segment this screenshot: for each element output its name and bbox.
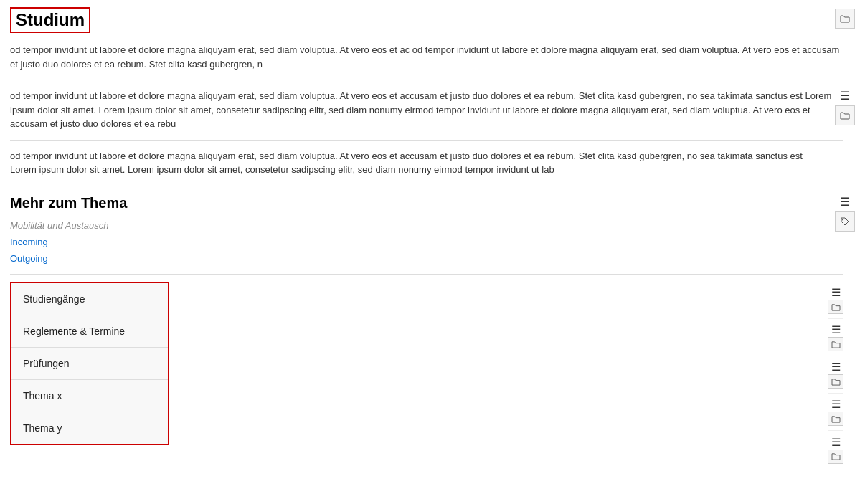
hamburger-icon-list-2[interactable]: ☰: [829, 323, 843, 336]
list-item-pruefungen[interactable]: Prüfungen: [11, 348, 168, 380]
page-title: Studium: [10, 7, 90, 33]
hamburger-icon-list-1[interactable]: ☰: [829, 286, 843, 298]
folder-icon-1[interactable]: [835, 105, 855, 125]
row-icons-group-5: ☰: [828, 431, 843, 468]
list-row-wrapper-2: Reglemente & Termine: [11, 315, 168, 348]
list-section-container: Studiengänge ☰ Reglemente & Ter: [10, 275, 843, 445]
tag-icon[interactable]: [835, 211, 855, 232]
text-block-1-section: od tempor invidunt ut labore et dolore m…: [10, 80, 843, 141]
text-block-2-section: od tempor invidunt ut labore et dolore m…: [10, 141, 843, 186]
folder-icon-list-1[interactable]: [828, 300, 843, 314]
hamburger-icon-mehr[interactable]: ☰: [835, 195, 855, 209]
list-row-wrapper-5: Thema y: [11, 412, 168, 444]
hamburger-icon-1[interactable]: ☰: [835, 89, 855, 103]
text-block-1-icons: ☰: [835, 89, 855, 125]
list-item-studiengaenge[interactable]: Studiengänge: [11, 283, 168, 315]
list-row-wrapper-3: Prüfungen: [11, 348, 168, 380]
intro-text: od tempor invidunt ut labore et dolore m…: [10, 43, 843, 71]
list-row-wrapper-4: Thema x: [11, 380, 168, 412]
row-icons-group-2: ☰: [828, 319, 843, 356]
subtopic-label: Mobilität und Austausch: [10, 220, 843, 231]
text-block-2: od tempor invidunt ut labore et dolore m…: [10, 149, 843, 177]
hamburger-icon-list-5[interactable]: ☰: [829, 436, 843, 448]
list-item-reglemente[interactable]: Reglemente & Termine: [11, 315, 168, 348]
title-section: Studium od tempor invidunt ut labore et …: [10, 0, 843, 80]
row-icons-group-1: ☰: [828, 282, 843, 319]
mehr-title: Mehr zum Thema: [10, 195, 843, 211]
hamburger-icon-list-3[interactable]: ☰: [829, 361, 843, 373]
folder-icon-list-2[interactable]: [828, 337, 843, 351]
row-icons-group-3: ☰: [828, 356, 843, 394]
folder-icon-list-3[interactable]: [828, 374, 843, 389]
title-section-icons: [835, 9, 855, 29]
list-item-thema-x[interactable]: Thema x: [11, 380, 168, 412]
list-all-row-icons: ☰ ☰: [828, 282, 843, 468]
mehr-section-icons: ☰: [835, 195, 855, 232]
list-section: Studiengänge ☰ Reglemente & Ter: [10, 282, 169, 445]
mehr-section: Mehr zum Thema Mobilität und Austausch I…: [10, 186, 843, 275]
row-icons-group-4: ☰: [828, 394, 843, 431]
folder-icon[interactable]: [835, 9, 855, 29]
folder-icon-list-5[interactable]: [828, 450, 843, 464]
list-item-thema-y[interactable]: Thema y: [11, 412, 168, 444]
svg-point-0: [842, 219, 843, 220]
link-outgoing[interactable]: Outgoing: [10, 250, 843, 267]
text-block-1: od tempor invidunt ut labore et dolore m…: [10, 89, 843, 131]
link-incoming[interactable]: Incoming: [10, 234, 843, 250]
folder-icon-list-4[interactable]: [828, 412, 843, 426]
list-row-wrapper-1: Studiengänge ☰: [11, 283, 168, 315]
hamburger-icon-list-4[interactable]: ☰: [829, 398, 843, 410]
